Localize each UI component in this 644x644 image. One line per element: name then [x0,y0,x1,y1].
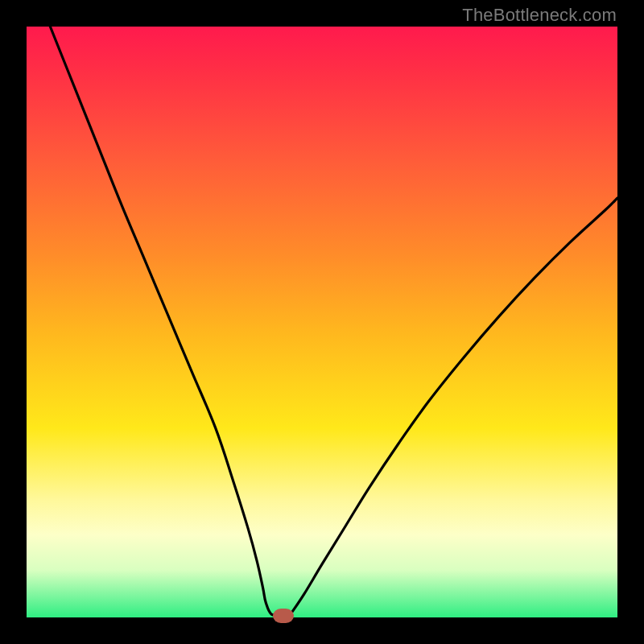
bottleneck-curve [27,27,617,617]
chart-frame: TheBottleneck.com [0,0,644,644]
watermark-text: TheBottleneck.com [462,5,617,26]
optimal-point-marker [273,609,294,623]
plot-area [27,27,617,617]
